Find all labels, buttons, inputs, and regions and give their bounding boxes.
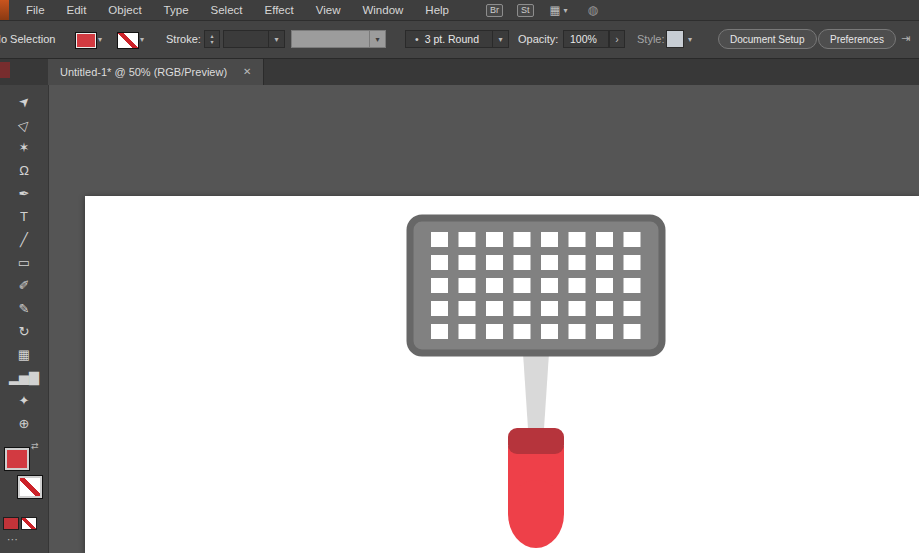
zoom-tool[interactable]: ⊕ xyxy=(0,412,48,435)
app-icon xyxy=(0,0,9,20)
selection-status-label: No Selection xyxy=(0,33,55,45)
magic-wand-tool[interactable]: ✶ xyxy=(0,136,48,159)
artboard[interactable] xyxy=(85,196,919,553)
column-graph-tool[interactable]: ▂▅▇ xyxy=(0,366,48,389)
menu-item-help[interactable]: Help xyxy=(414,0,460,20)
stroke-weight-combo[interactable]: ▾ xyxy=(223,30,285,48)
opacity-arrow-button[interactable]: › xyxy=(609,30,625,48)
document-tab-bar: Untitled-1* @ 50% (RGB/Preview) ✕ xyxy=(0,58,919,85)
document-setup-button[interactable]: Document Setup xyxy=(718,29,817,49)
menu-item-window[interactable]: Window xyxy=(351,0,414,20)
workspace-grid-icon: ▦ xyxy=(550,3,561,17)
masher-artwork[interactable] xyxy=(85,196,919,553)
paintbrush-tool[interactable]: ✐ xyxy=(0,274,48,297)
menu-item-object[interactable]: Object xyxy=(97,0,152,20)
stock-button[interactable]: St xyxy=(517,4,534,17)
preferences-button[interactable]: Preferences xyxy=(818,29,896,49)
toolbar-fill-swatch[interactable] xyxy=(4,447,30,471)
sync-status-icon[interactable]: ◍ xyxy=(587,3,597,17)
menu-item-type[interactable]: Type xyxy=(153,0,200,20)
direct-selection-tool[interactable]: ▷ xyxy=(0,113,48,136)
stepper-down-icon[interactable]: ▾ xyxy=(210,39,213,45)
line-segment-tool[interactable]: ╱ xyxy=(0,228,48,251)
close-tab-icon[interactable]: ✕ xyxy=(243,66,251,77)
style-swatch[interactable] xyxy=(666,30,684,48)
swap-fill-stroke-icon[interactable]: ⇄ xyxy=(31,441,39,451)
screen-mode-icon[interactable]: ⋯ xyxy=(7,533,18,546)
document-tab-title: Untitled-1* @ 50% (RGB/Preview) xyxy=(60,66,227,78)
fill-color-swatch[interactable] xyxy=(75,32,97,49)
panel-dock-icon[interactable]: ⇥ xyxy=(901,32,910,45)
toolbar-stroke-swatch[interactable] xyxy=(17,475,43,499)
menu-item-file[interactable]: File xyxy=(15,0,56,20)
menu-item-effect[interactable]: Effect xyxy=(254,0,305,20)
menu-bar: FileEditObjectTypeSelectEffectViewWindow… xyxy=(0,0,919,20)
menu-item-select[interactable]: Select xyxy=(200,0,254,20)
tools-panel: ➤▷✶Ω✒T╱▭✐✎↻▦▂▅▇✦⊕ ⇄ ⋯ xyxy=(0,85,49,553)
color-mode-button[interactable] xyxy=(3,517,19,530)
brush-bullet-icon: • xyxy=(415,33,419,45)
docked-panel-edge[interactable] xyxy=(0,62,10,78)
bridge-button[interactable]: Br xyxy=(486,4,503,17)
style-chevron-down-icon[interactable]: ▾ xyxy=(688,35,692,44)
brush-definition-combo[interactable]: • 3 pt. Round ▾ xyxy=(405,30,509,48)
document-tab[interactable]: Untitled-1* @ 50% (RGB/Preview) ✕ xyxy=(48,58,264,85)
combo-chevron-down-icon[interactable]: ▾ xyxy=(268,31,284,47)
stroke-chevron-down-icon[interactable]: ▾ xyxy=(140,35,144,44)
fill-chevron-down-icon[interactable]: ▾ xyxy=(98,35,102,44)
control-bar: No Selection ▾ ▾ Stroke: ▴ ▾ ▾ ▾ • 3 pt.… xyxy=(0,20,919,59)
none-mode-button[interactable] xyxy=(21,517,37,530)
menu-item-view[interactable]: View xyxy=(305,0,352,20)
disabled-chevron-down-icon: ▾ xyxy=(369,31,385,47)
pencil-tool[interactable]: ✎ xyxy=(0,297,48,320)
menu-item-edit[interactable]: Edit xyxy=(56,0,98,20)
workspace-switcher[interactable]: ▦ ▾ xyxy=(550,3,568,17)
style-label: Style: xyxy=(637,33,665,45)
pen-tool[interactable]: ✒ xyxy=(0,182,48,205)
eyedropper-tool[interactable]: ✦ xyxy=(0,389,48,412)
variable-width-dropdown: ▾ xyxy=(291,30,386,48)
type-tool[interactable]: T xyxy=(0,205,48,228)
chevron-down-icon: ▾ xyxy=(563,6,567,15)
stroke-weight-stepper[interactable]: ▴ ▾ xyxy=(204,30,220,48)
lasso-tool[interactable]: Ω xyxy=(0,159,48,182)
rectangle-tool[interactable]: ▭ xyxy=(0,251,48,274)
tool-list: ➤▷✶Ω✒T╱▭✐✎↻▦▂▅▇✦⊕ xyxy=(0,90,48,435)
rotate-tool[interactable]: ↻ xyxy=(0,320,48,343)
selection-tool[interactable]: ➤ xyxy=(0,90,48,113)
brush-chevron-down-icon[interactable]: ▾ xyxy=(492,31,508,47)
brush-definition-value: 3 pt. Round xyxy=(425,33,479,45)
opacity-input[interactable]: 100% xyxy=(563,30,609,48)
mesh-tool[interactable]: ▦ xyxy=(0,343,48,366)
menu-items: FileEditObjectTypeSelectEffectViewWindow… xyxy=(9,0,460,20)
stroke-label[interactable]: Stroke: xyxy=(166,33,201,45)
opacity-label[interactable]: Opacity: xyxy=(518,33,558,45)
stroke-color-swatch[interactable] xyxy=(117,32,139,49)
